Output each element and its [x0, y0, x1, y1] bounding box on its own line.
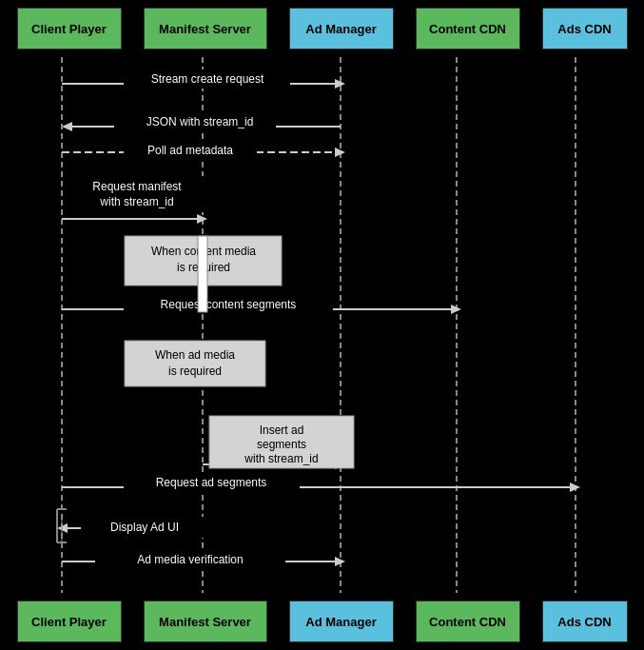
- actor-manifest-top: Manifest Server: [144, 8, 267, 49]
- svg-text:When ad media: When ad media: [155, 348, 235, 362]
- svg-text:Ad media verification: Ad media verification: [137, 553, 243, 566]
- svg-rect-45: [125, 341, 265, 386]
- svg-rect-10: [114, 112, 276, 131]
- actor-adscdn-top: Ads CDN: [542, 8, 628, 49]
- msg2-label: JSON with stream_id: [146, 115, 254, 128]
- svg-marker-15: [197, 214, 207, 224]
- svg-marker-39: [335, 557, 345, 566]
- svg-text:Display Ad UI: Display Ad UI: [110, 521, 179, 534]
- svg-text:is required: is required: [168, 364, 222, 378]
- svg-text:Insert ad: Insert ad: [260, 423, 304, 437]
- svg-rect-7: [124, 69, 290, 89]
- actor-adscdn-bottom: Ads CDN: [542, 601, 628, 642]
- actor-client-bottom: Client Player: [17, 601, 122, 642]
- svg-marker-24: [335, 460, 345, 469]
- svg-rect-40: [95, 550, 285, 569]
- svg-text:with stream_id: with stream_id: [99, 195, 173, 208]
- msg1-label: Stream create request: [151, 72, 264, 86]
- svg-rect-25: [209, 416, 354, 468]
- svg-marker-30: [570, 483, 580, 492]
- actor-contentcdn-bottom: Content CDN: [416, 601, 520, 642]
- svg-rect-21: [124, 295, 333, 314]
- svg-rect-42: [125, 236, 282, 286]
- diagram-svg: Stream create request JSON with stream_i…: [0, 0, 644, 650]
- svg-marker-6: [335, 79, 345, 89]
- sequence-diagram: Stream create request JSON with stream_i…: [0, 0, 644, 650]
- svg-marker-9: [62, 122, 72, 131]
- actor-contentcdn-top: Content CDN: [416, 8, 520, 49]
- svg-text:Request ad segments: Request ad segments: [156, 476, 267, 489]
- svg-text:Request manifest: Request manifest: [92, 180, 182, 193]
- svg-rect-13: [124, 141, 257, 160]
- svg-rect-31: [124, 473, 300, 492]
- svg-text:When content media: When content media: [151, 245, 256, 258]
- svg-marker-12: [335, 148, 345, 157]
- svg-rect-48: [198, 236, 207, 312]
- svg-text:with stream_id: with stream_id: [244, 452, 318, 465]
- svg-rect-36: [81, 517, 209, 538]
- svg-text:Request content segments: Request content segments: [161, 298, 297, 311]
- actor-manifest-bottom: Manifest Server: [144, 601, 267, 642]
- svg-text:segments: segments: [257, 438, 306, 451]
- svg-text:is required: is required: [177, 261, 230, 274]
- actor-admanager-bottom: Ad Manager: [289, 601, 394, 642]
- svg-marker-20: [451, 305, 461, 314]
- actor-client-top: Client Player: [17, 8, 122, 49]
- svg-marker-34: [57, 523, 68, 533]
- svg-rect-16: [67, 176, 207, 212]
- top-actor-bar: Client Player Manifest Server Ad Manager…: [0, 0, 644, 57]
- msg3-label: Poll ad metadata: [147, 144, 233, 157]
- bottom-actor-bar: Client Player Manifest Server Ad Manager…: [0, 593, 644, 650]
- actor-admanager-top: Ad Manager: [289, 8, 394, 49]
